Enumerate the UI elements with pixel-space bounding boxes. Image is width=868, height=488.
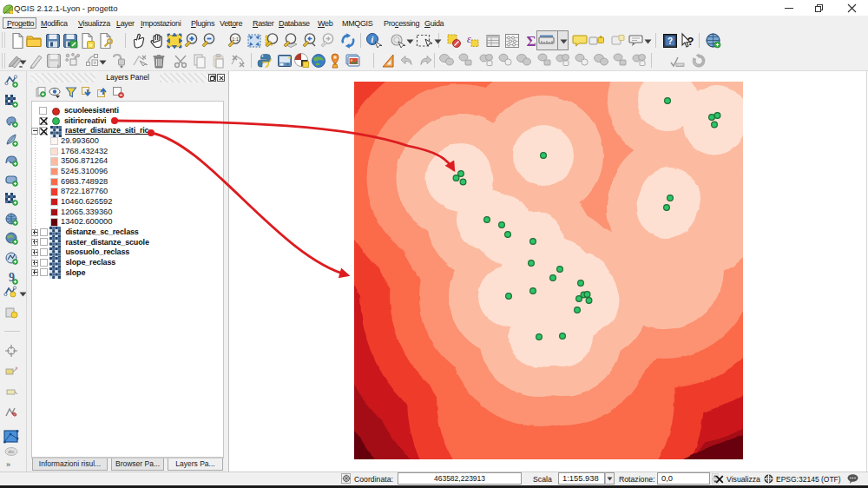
svg-text:ε: ε <box>467 33 471 45</box>
svg-text:?: ? <box>667 36 673 46</box>
svg-text:i: i <box>372 35 374 44</box>
svg-text:?: ? <box>687 35 694 48</box>
svg-text:Σ: Σ <box>526 33 536 49</box>
svg-text:abc: abc <box>8 450 15 454</box>
svg-text:1:1: 1:1 <box>232 36 239 42</box>
